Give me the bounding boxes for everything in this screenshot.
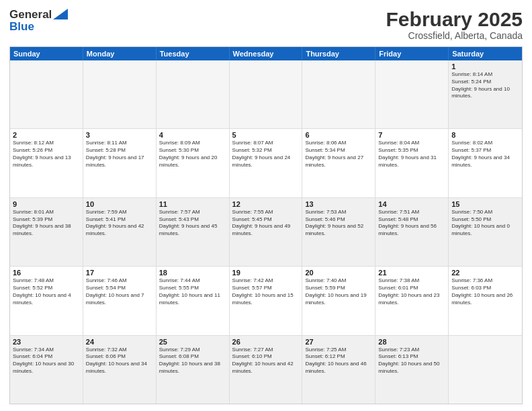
logo-general: General bbox=[9, 8, 52, 21]
calendar-container: General Blue February 2025 Crossfield, A… bbox=[0, 0, 532, 411]
day-number: 11 bbox=[159, 200, 226, 208]
title-area: February 2025 Crossfield, Alberta, Canad… bbox=[386, 8, 523, 41]
logo-blue: Blue bbox=[9, 20, 34, 34]
day-number: 14 bbox=[378, 200, 445, 208]
cell-info: Sunrise: 7:40 AM Sunset: 5:59 PM Dayligh… bbox=[305, 277, 372, 306]
calendar-cell: 5Sunrise: 8:07 AM Sunset: 5:32 PM Daylig… bbox=[230, 129, 303, 197]
calendar-cell bbox=[10, 60, 83, 128]
cell-info: Sunrise: 7:29 AM Sunset: 6:08 PM Dayligh… bbox=[159, 347, 226, 375]
day-number: 6 bbox=[305, 131, 372, 139]
day-number: 10 bbox=[86, 200, 153, 208]
calendar-cell: 23Sunrise: 7:34 AM Sunset: 6:04 PM Dayli… bbox=[10, 336, 83, 404]
cell-info: Sunrise: 7:25 AM Sunset: 6:12 PM Dayligh… bbox=[305, 347, 372, 375]
calendar-cell bbox=[302, 60, 375, 128]
cell-info: Sunrise: 7:59 AM Sunset: 5:41 PM Dayligh… bbox=[86, 209, 153, 238]
calendar-cell bbox=[157, 60, 230, 128]
day-number: 21 bbox=[378, 269, 445, 277]
cell-info: Sunrise: 7:32 AM Sunset: 6:06 PM Dayligh… bbox=[86, 347, 153, 375]
day-number: 20 bbox=[305, 269, 372, 277]
calendar-cell bbox=[375, 60, 449, 128]
location-title: Crossfield, Alberta, Canada bbox=[386, 30, 523, 41]
cell-info: Sunrise: 8:11 AM Sunset: 5:28 PM Dayligh… bbox=[86, 140, 153, 169]
calendar-cell: 20Sunrise: 7:40 AM Sunset: 5:59 PM Dayli… bbox=[302, 267, 375, 334]
calendar-cell: 27Sunrise: 7:25 AM Sunset: 6:12 PM Dayli… bbox=[302, 336, 375, 404]
cell-info: Sunrise: 7:36 AM Sunset: 6:03 PM Dayligh… bbox=[451, 277, 519, 306]
weekday-header: Friday bbox=[375, 47, 449, 60]
header: General Blue February 2025 Crossfield, A… bbox=[9, 8, 523, 41]
calendar-header: SundayMondayTuesdayWednesdayThursdayFrid… bbox=[10, 47, 522, 60]
day-number: 18 bbox=[159, 269, 226, 277]
calendar-cell: 2Sunrise: 8:12 AM Sunset: 5:26 PM Daylig… bbox=[10, 129, 83, 197]
day-number: 5 bbox=[232, 131, 300, 139]
calendar-cell: 26Sunrise: 7:27 AM Sunset: 6:10 PM Dayli… bbox=[230, 336, 303, 404]
cell-info: Sunrise: 8:14 AM Sunset: 5:24 PM Dayligh… bbox=[451, 71, 519, 100]
calendar-cell: 16Sunrise: 7:48 AM Sunset: 5:52 PM Dayli… bbox=[10, 267, 83, 334]
weekday-header: Tuesday bbox=[157, 47, 230, 60]
cell-info: Sunrise: 7:34 AM Sunset: 6:04 PM Dayligh… bbox=[13, 347, 80, 375]
calendar-cell: 24Sunrise: 7:32 AM Sunset: 6:06 PM Dayli… bbox=[83, 336, 157, 404]
cell-info: Sunrise: 7:48 AM Sunset: 5:52 PM Dayligh… bbox=[13, 277, 80, 306]
cell-info: Sunrise: 7:57 AM Sunset: 5:43 PM Dayligh… bbox=[159, 209, 226, 238]
calendar-cell: 22Sunrise: 7:36 AM Sunset: 6:03 PM Dayli… bbox=[449, 267, 522, 334]
weekday-header: Monday bbox=[83, 47, 157, 60]
weekday-header: Sunday bbox=[10, 47, 83, 60]
cell-info: Sunrise: 7:42 AM Sunset: 5:57 PM Dayligh… bbox=[232, 277, 300, 306]
cell-info: Sunrise: 7:38 AM Sunset: 6:01 PM Dayligh… bbox=[378, 277, 445, 306]
cell-info: Sunrise: 7:23 AM Sunset: 6:13 PM Dayligh… bbox=[378, 347, 445, 375]
calendar-row: 2Sunrise: 8:12 AM Sunset: 5:26 PM Daylig… bbox=[10, 129, 522, 197]
calendar-cell: 9Sunrise: 8:01 AM Sunset: 5:39 PM Daylig… bbox=[10, 198, 83, 266]
cell-info: Sunrise: 8:06 AM Sunset: 5:34 PM Dayligh… bbox=[305, 140, 372, 169]
calendar-cell: 1Sunrise: 8:14 AM Sunset: 5:24 PM Daylig… bbox=[449, 60, 522, 128]
cell-info: Sunrise: 8:07 AM Sunset: 5:32 PM Dayligh… bbox=[232, 140, 300, 169]
day-number: 1 bbox=[451, 62, 519, 71]
calendar-cell: 28Sunrise: 7:23 AM Sunset: 6:13 PM Dayli… bbox=[375, 336, 449, 404]
calendar-cell: 4Sunrise: 8:09 AM Sunset: 5:30 PM Daylig… bbox=[157, 129, 230, 197]
weekday-header: Saturday bbox=[449, 47, 522, 60]
cell-info: Sunrise: 8:01 AM Sunset: 5:39 PM Dayligh… bbox=[13, 209, 80, 238]
day-number: 12 bbox=[232, 200, 300, 208]
weekday-header: Thursday bbox=[302, 47, 375, 60]
calendar-cell bbox=[230, 60, 303, 128]
month-title: February 2025 bbox=[386, 8, 523, 30]
day-number: 28 bbox=[378, 338, 445, 346]
calendar-cell: 13Sunrise: 7:53 AM Sunset: 5:46 PM Dayli… bbox=[302, 198, 375, 266]
calendar-cell: 21Sunrise: 7:38 AM Sunset: 6:01 PM Dayli… bbox=[375, 267, 449, 334]
day-number: 19 bbox=[232, 269, 300, 277]
logo-icon bbox=[53, 9, 68, 19]
calendar-cell: 14Sunrise: 7:51 AM Sunset: 5:48 PM Dayli… bbox=[375, 198, 449, 266]
svg-marker-0 bbox=[53, 9, 68, 19]
calendar-cell: 18Sunrise: 7:44 AM Sunset: 5:55 PM Dayli… bbox=[157, 267, 230, 334]
calendar-row: 1Sunrise: 8:14 AM Sunset: 5:24 PM Daylig… bbox=[10, 60, 522, 129]
day-number: 22 bbox=[451, 269, 519, 277]
cell-info: Sunrise: 7:27 AM Sunset: 6:10 PM Dayligh… bbox=[232, 347, 300, 375]
logo: General Blue bbox=[9, 8, 68, 34]
calendar-row: 23Sunrise: 7:34 AM Sunset: 6:04 PM Dayli… bbox=[10, 336, 522, 404]
calendar-cell: 19Sunrise: 7:42 AM Sunset: 5:57 PM Dayli… bbox=[230, 267, 303, 334]
day-number: 3 bbox=[86, 131, 153, 139]
calendar-cell bbox=[449, 336, 522, 404]
cell-info: Sunrise: 8:04 AM Sunset: 5:35 PM Dayligh… bbox=[378, 140, 445, 169]
day-number: 17 bbox=[86, 269, 153, 277]
calendar-cell: 25Sunrise: 7:29 AM Sunset: 6:08 PM Dayli… bbox=[157, 336, 230, 404]
calendar-cell bbox=[83, 60, 157, 128]
cell-info: Sunrise: 7:53 AM Sunset: 5:46 PM Dayligh… bbox=[305, 209, 372, 238]
cell-info: Sunrise: 7:44 AM Sunset: 5:55 PM Dayligh… bbox=[159, 277, 226, 306]
calendar-cell: 7Sunrise: 8:04 AM Sunset: 5:35 PM Daylig… bbox=[375, 129, 449, 197]
cell-info: Sunrise: 7:51 AM Sunset: 5:48 PM Dayligh… bbox=[378, 209, 445, 238]
day-number: 2 bbox=[13, 131, 80, 139]
day-number: 15 bbox=[451, 200, 519, 208]
day-number: 16 bbox=[13, 269, 80, 277]
cell-info: Sunrise: 7:55 AM Sunset: 5:45 PM Dayligh… bbox=[232, 209, 300, 238]
calendar-cell: 12Sunrise: 7:55 AM Sunset: 5:45 PM Dayli… bbox=[230, 198, 303, 266]
calendar-cell: 11Sunrise: 7:57 AM Sunset: 5:43 PM Dayli… bbox=[157, 198, 230, 266]
calendar-row: 16Sunrise: 7:48 AM Sunset: 5:52 PM Dayli… bbox=[10, 267, 522, 335]
cell-info: Sunrise: 7:46 AM Sunset: 5:54 PM Dayligh… bbox=[86, 277, 153, 306]
day-number: 23 bbox=[13, 338, 80, 346]
day-number: 13 bbox=[305, 200, 372, 208]
calendar-cell: 3Sunrise: 8:11 AM Sunset: 5:28 PM Daylig… bbox=[83, 129, 157, 197]
day-number: 25 bbox=[159, 338, 226, 346]
calendar: SundayMondayTuesdayWednesdayThursdayFrid… bbox=[9, 46, 523, 404]
cell-info: Sunrise: 7:50 AM Sunset: 5:50 PM Dayligh… bbox=[451, 209, 519, 238]
cell-info: Sunrise: 8:12 AM Sunset: 5:26 PM Dayligh… bbox=[13, 140, 80, 169]
day-number: 24 bbox=[86, 338, 153, 346]
